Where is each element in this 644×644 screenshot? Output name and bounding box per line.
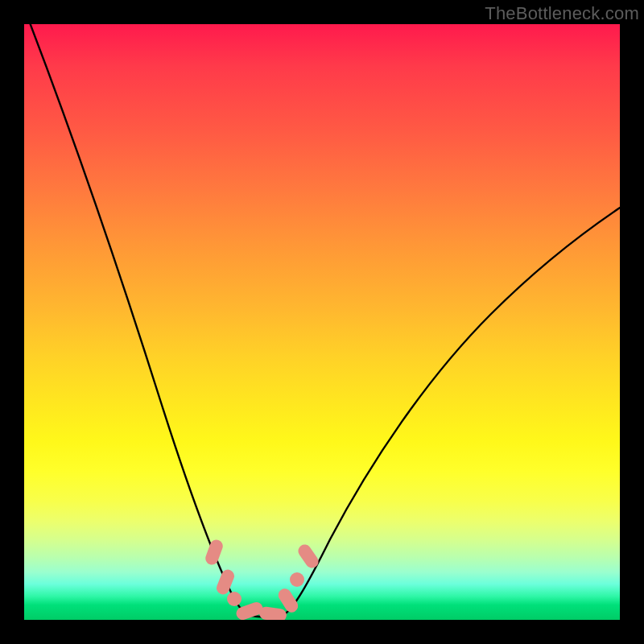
data-marker — [290, 572, 304, 587]
data-marker — [258, 606, 287, 620]
data-marker — [227, 592, 242, 606]
curve-group — [24, 24, 620, 617]
chart-frame: TheBottleneck.com — [0, 0, 644, 644]
bottleneck-curve-right — [283, 208, 620, 615]
watermark-text: TheBottleneck.com — [485, 3, 639, 24]
chart-plot-area — [24, 24, 620, 620]
data-marker — [204, 538, 225, 567]
bottleneck-curve-left — [24, 24, 248, 615]
chart-svg — [24, 24, 620, 620]
marker-group — [204, 538, 321, 620]
